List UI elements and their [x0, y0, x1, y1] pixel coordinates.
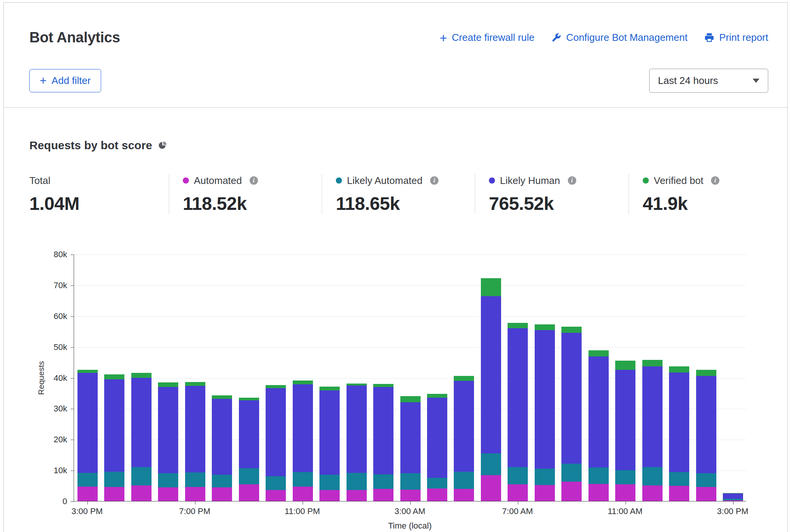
add-filter-button[interactable]: + Add filter: [29, 69, 101, 92]
chart-bar[interactable]: [535, 324, 555, 501]
info-icon[interactable]: [430, 176, 439, 185]
x-tick-label: 7:00 AM: [502, 506, 533, 516]
create-firewall-rule-link[interactable]: + Create firewall rule: [440, 32, 535, 44]
stat-label: Likely Automated: [347, 175, 422, 187]
bar-segment: [104, 472, 124, 487]
chart-bar[interactable]: [131, 373, 152, 501]
chart-bar[interactable]: [104, 374, 124, 501]
chart-bar[interactable]: [319, 387, 340, 501]
bar-segment: [266, 388, 286, 476]
y-tick-label: 20k: [4, 435, 67, 445]
x-tick-mark: [87, 501, 88, 505]
bar-segment: [77, 373, 98, 472]
bar-segment: [561, 327, 582, 333]
y-tick-label: 10k: [4, 466, 67, 476]
bar-segment: [508, 467, 528, 484]
bar-segment: [185, 386, 205, 472]
wrench-icon: [551, 32, 561, 43]
bar-segment: [427, 488, 447, 501]
bar-segment: [239, 484, 259, 501]
bar-segment: [588, 484, 609, 501]
chart-bar[interactable]: [723, 493, 743, 501]
chart-bar[interactable]: [561, 327, 582, 501]
chart-bar[interactable]: [77, 370, 98, 501]
chart-bar[interactable]: [427, 394, 447, 501]
time-range-select[interactable]: Last 24 hours: [649, 69, 768, 93]
bot-analytics-card: Bot Analytics + Create firewall rule Con…: [3, 2, 788, 532]
chart-bar[interactable]: [373, 384, 393, 501]
chart-bar[interactable]: [158, 382, 178, 501]
y-tick-mark: [71, 501, 74, 502]
chart-bar[interactable]: [293, 380, 313, 501]
bar-segment: [642, 485, 663, 501]
chart-bar[interactable]: [669, 366, 689, 501]
chart-bar[interactable]: [185, 382, 205, 501]
stat-label: Total: [29, 175, 50, 187]
info-icon[interactable]: [711, 176, 719, 185]
info-icon[interactable]: [250, 176, 258, 185]
bar-segment: [77, 487, 98, 501]
stat-likely-human: Likely Human 765.52k: [475, 174, 629, 214]
x-tick-label: 11:00 PM: [285, 506, 320, 516]
bar-segment: [669, 366, 689, 372]
bar-segment: [347, 473, 367, 490]
y-tick-mark: [71, 316, 74, 317]
chart-bar[interactable]: [239, 398, 259, 501]
configure-bot-management-link[interactable]: Configure Bot Management: [551, 32, 687, 44]
add-filter-label: Add filter: [52, 75, 91, 87]
bar-segment: [131, 485, 152, 501]
chart-bar[interactable]: [615, 361, 635, 501]
bar-segment: [373, 489, 393, 501]
y-tick-label: 0: [4, 497, 67, 506]
chart-bar[interactable]: [508, 323, 528, 501]
bar-segment: [212, 487, 232, 501]
bar-segment: [588, 468, 609, 484]
bar-segment: [508, 484, 528, 501]
time-range-value: Last 24 hours: [658, 75, 718, 87]
bar-segment: [131, 467, 152, 485]
stat-verified-bot: Verified bot 41.9k: [629, 174, 719, 214]
x-tick-label: 3:00 AM: [395, 506, 426, 516]
x-tick-mark: [410, 501, 411, 505]
bar-segment: [239, 398, 259, 400]
bar-segment: [588, 356, 609, 468]
chart-bar[interactable]: [481, 278, 501, 501]
bar-segment: [158, 487, 178, 501]
bar-segment: [104, 379, 124, 472]
bar-segment: [293, 380, 313, 384]
chart-bar[interactable]: [642, 360, 663, 501]
print-report-link[interactable]: Print report: [704, 32, 768, 44]
bar-segment: [319, 475, 340, 490]
chart-bar[interactable]: [400, 396, 421, 501]
chart-bar[interactable]: [347, 384, 367, 501]
y-tick-label: 80k: [4, 250, 67, 260]
stat-value: 765.52k: [489, 193, 629, 214]
chart-bar[interactable]: [588, 350, 609, 501]
bar-segment: [319, 490, 340, 501]
bar-segment: [642, 360, 663, 366]
bar-segment: [400, 490, 421, 501]
bar-segment: [508, 328, 528, 467]
header-actions: + Create firewall rule Configure Bot Man…: [440, 32, 768, 44]
link-label: Create firewall rule: [452, 32, 535, 44]
chart-bar[interactable]: [454, 376, 474, 501]
bar-segment: [669, 372, 689, 472]
bar-segment: [77, 473, 98, 487]
bar-segment: [212, 399, 232, 475]
y-tick-mark: [71, 471, 74, 471]
chart-bar[interactable]: [696, 370, 716, 501]
link-label: Print report: [719, 32, 768, 44]
gridline: [74, 255, 746, 255]
bar-segment: [454, 376, 474, 381]
stat-label: Verified bot: [654, 175, 703, 187]
bar-segment: [481, 453, 501, 475]
y-tick-mark: [71, 409, 74, 409]
y-tick-label: 70k: [4, 281, 67, 290]
bar-segment: [104, 487, 124, 501]
info-icon[interactable]: [568, 176, 576, 185]
chart-bar[interactable]: [212, 395, 232, 501]
chart-bar[interactable]: [266, 385, 286, 501]
pie-chart-icon: [158, 141, 167, 150]
bar-segment: [373, 474, 393, 488]
y-tick-label: 30k: [4, 404, 67, 414]
